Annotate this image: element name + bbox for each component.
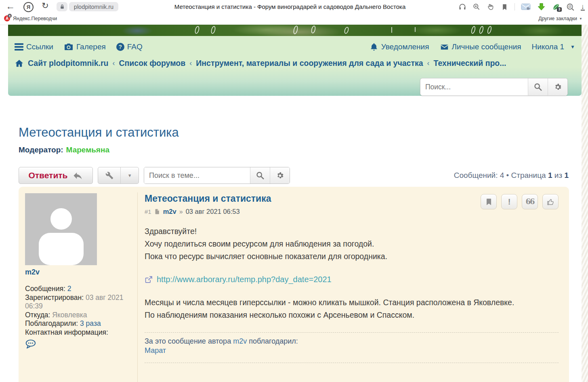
moderator-line: Модератор:Маремьяна [19,146,109,154]
address-bar[interactable]: plodpitomnik.ru [69,2,118,11]
leaf-extension-icon[interactable]: 3 [552,3,560,11]
post-link-row: http://www.arborary.ru/temp.php?day_date… [145,275,559,284]
download-arrow-extension-icon[interactable] [537,2,546,12]
mail-extension-icon[interactable] [521,3,531,11]
post-line: Хочу поделиться своим ресурсом для наблю… [145,238,548,250]
search-input[interactable] [420,78,528,95]
post-author-panel: m2v Сообщения: 2 Зарегистрирован: 03 авг… [25,193,132,349]
breadcrumb-separator: ‹ [427,59,430,68]
breadcrumb-separator: ‹ [189,59,192,68]
downloads-icon[interactable]: ↓ [581,4,585,11]
browser-toolbar-icons: 3 ↓ [458,0,585,14]
forum-nav: Ссылки Галерея ? FAQ Уведомления Личные … [15,40,575,54]
reply-arrow-icon [72,170,83,181]
thanks-divider-bottom [145,363,559,363]
external-url-link[interactable]: http://www.arborary.ru/temp.php?day_date… [157,275,332,284]
breadcrumb-site[interactable]: Сайт plodpitomnik.ru [28,59,108,68]
gesture-icon[interactable] [487,3,495,11]
nav-private-messages[interactable]: Личные сообщения [440,42,521,51]
nav-links[interactable]: Ссылки [15,42,53,52]
forum-header: Ссылки Галерея ? FAQ Уведомления Личные … [8,36,582,96]
avatar[interactable] [25,193,97,265]
profile-field-thanked: Поблагодарили: 3 раза [25,319,132,328]
bookmark-yandex-translate[interactable]: A 5 Яндекс.Переводчи [4,15,57,21]
translate-icon: A 5 [4,15,10,21]
post-title-link[interactable]: Метеостанция и статистика [145,193,559,204]
post-page-icon[interactable] [154,209,160,215]
profile-field-contact: Контактная информация: [25,328,132,337]
post-line: Месяцы и числа месяцев гиперссылки - мож… [145,296,532,309]
search-at-extension-icon[interactable] [566,3,575,11]
author-details: Сообщения: 2 Зарегистрирован: 03 авг 202… [25,285,132,349]
breadcrumb-current[interactable]: Технический про... [434,59,506,68]
posts-count: 4 [500,171,504,179]
field-label: Поблагодарили: [25,319,78,327]
nav-faq[interactable]: ? FAQ [116,42,143,51]
topic-title[interactable]: Метеостанция и статистика [19,125,179,140]
camera-icon [64,42,74,52]
thanker-name-link[interactable]: Марат [145,346,166,355]
nav-gallery[interactable]: Галерея [64,42,106,52]
nav-pm-label: Личные сообщения [452,42,521,51]
search-settings-button[interactable] [548,78,567,95]
caret-down-icon: ▼ [570,44,575,50]
search-button[interactable] [528,78,548,95]
home-icon [15,59,24,68]
topic-search-button[interactable] [250,167,270,184]
yandex-letter: Я [27,4,30,10]
nav-links-label: Ссылки [26,42,53,51]
moderator-name-link[interactable]: Маремьяна [66,146,109,154]
breadcrumb-category[interactable]: Инструмент, материалы и сооружения для с… [196,59,423,68]
search-icon [256,171,265,180]
thanked-count-link[interactable]: 3 раза [80,319,101,327]
wrench-icon [98,167,120,184]
post-line: По наблюдениям показания несколько похож… [145,309,532,321]
post-card: m2v Сообщения: 2 Зарегистрирован: 03 авг… [19,187,569,382]
moderator-label: Модератор: [19,146,63,154]
post-author-link[interactable]: m2v [163,208,176,215]
topic-tools-button[interactable]: ▼ [98,167,139,184]
field-label: Сообщения: [25,285,65,293]
profile-field-from: Откуда: Яковлевка [25,311,132,320]
contact-pm-button[interactable] [25,339,132,349]
posts-count-link[interactable]: 2 [67,285,71,293]
scrollbar[interactable] [582,25,588,382]
topic-search-settings-button[interactable] [270,167,290,184]
site-security-button[interactable] [57,2,67,11]
bell-icon [370,42,378,51]
reload-icon[interactable]: ↻ [42,1,49,11]
field-label: Откуда: [25,311,50,319]
caret-down-icon[interactable]: ▼ [120,167,139,184]
reply-button[interactable]: Ответить [19,167,93,184]
user-menu[interactable]: Никола 1 ▼ [532,42,575,51]
page-current[interactable]: 1 [548,171,552,179]
bookmark-flag-icon[interactable] [501,3,508,11]
reply-label: Ответить [28,171,67,180]
thanks-block: За это сообщение автора m2v поблагодарил… [145,337,559,355]
forum-search-box [420,78,568,96]
zoom-plus-icon[interactable] [472,3,481,11]
post-line: Здравствуйте! [145,225,548,238]
yandex-browser-icon[interactable]: Я [23,2,34,12]
bookmark-label: Яндекс.Переводчи [13,16,57,21]
page-of: из [554,171,562,179]
thanks-divider-top [145,332,559,333]
headphones-icon[interactable] [458,3,466,11]
topic-search-input[interactable] [144,167,250,184]
username: Никола 1 [532,42,565,51]
page-total: 1 [564,171,569,179]
extension-badge: 3 [557,7,561,12]
thanks-prefix: За это сообщение автора [145,337,231,345]
breadcrumb-forum-index[interactable]: Список форумов [119,59,185,68]
nav-notifications[interactable]: Уведомления [370,42,429,51]
profile-field-registered: Зарегистрирован: 03 авг 2021 06:39 [25,293,132,311]
thanks-author-link[interactable]: m2v [233,337,247,345]
forum-banner-image [8,25,582,36]
post-number[interactable]: #1 [145,208,151,215]
field-value: Яковлевка [52,311,87,319]
nav-faq-label: FAQ [127,42,143,51]
other-bookmarks-button[interactable]: Другие закладки ▼ [538,16,582,21]
post-meta: #1 m2v » 03 авг 2021 06:53 [145,208,559,215]
back-icon[interactable]: ← [6,1,15,12]
author-username-link[interactable]: m2v [25,268,132,276]
